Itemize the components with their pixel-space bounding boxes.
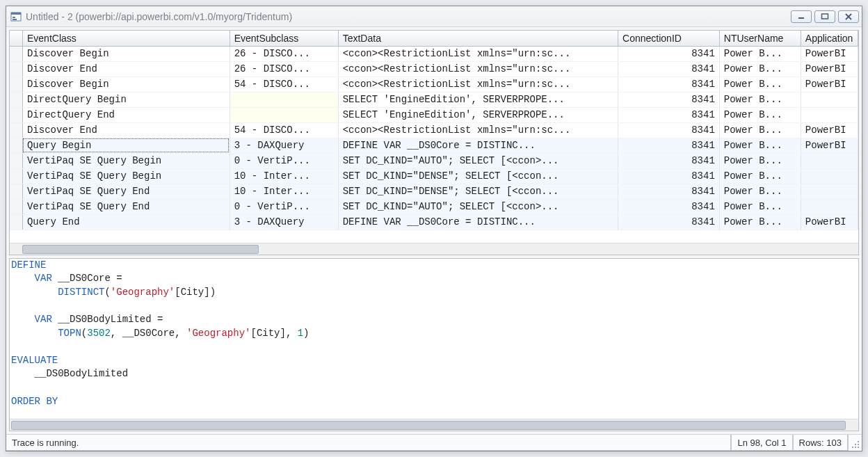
cell[interactable]: <ccon><RestrictionList xmlns="urn:sc...: [338, 46, 618, 61]
cell[interactable]: PowerBI: [801, 46, 858, 61]
table-row[interactable]: VertiPaq SE Query End10 - Inter...SET DC…: [10, 184, 858, 199]
table-row[interactable]: VertiPaq SE Query Begin0 - VertiP...SET …: [10, 153, 858, 168]
cell[interactable]: SELECT 'EngineEdition', SERVERPROPE...: [338, 107, 618, 122]
cell[interactable]: 26 - DISCO...: [230, 61, 338, 77]
column-header[interactable]: TextData: [338, 31, 618, 46]
cell[interactable]: [801, 153, 858, 168]
cell[interactable]: 8341: [618, 46, 720, 61]
cell[interactable]: [10, 92, 22, 107]
cell[interactable]: 10 - Inter...: [230, 168, 338, 184]
maximize-button[interactable]: [814, 10, 835, 23]
cell[interactable]: [10, 107, 22, 122]
cell[interactable]: Power B...: [719, 184, 801, 199]
cell[interactable]: [230, 107, 338, 122]
cell[interactable]: [10, 77, 22, 92]
cell[interactable]: PowerBI: [801, 61, 858, 77]
cell[interactable]: Power B...: [719, 214, 801, 230]
column-header[interactable]: NTUserName: [719, 31, 801, 46]
cell[interactable]: [801, 168, 858, 184]
detail-hscrollbar-thumb[interactable]: [11, 421, 846, 430]
cell[interactable]: [10, 138, 22, 153]
table-row[interactable]: VertiPaq SE Query End0 - VertiP...SET DC…: [10, 199, 858, 214]
cell[interactable]: 8341: [618, 199, 720, 214]
close-button[interactable]: [838, 10, 859, 23]
table-row[interactable]: VertiPaq SE Query Begin10 - Inter...SET …: [10, 168, 858, 184]
table-row[interactable]: Query Begin3 - DAXQueryDEFINE VAR __DS0C…: [10, 138, 858, 153]
cell[interactable]: <ccon><RestrictionList xmlns="urn:sc...: [338, 122, 618, 138]
table-row[interactable]: Discover Begin54 - DISCO...<ccon><Restri…: [10, 77, 858, 92]
cell[interactable]: PowerBI: [801, 138, 858, 153]
cell[interactable]: Power B...: [719, 92, 801, 107]
cell[interactable]: [10, 168, 22, 184]
cell[interactable]: Power B...: [719, 138, 801, 153]
resize-grip[interactable]: [848, 435, 862, 451]
cell[interactable]: 8341: [618, 92, 720, 107]
column-header[interactable]: [10, 31, 22, 46]
cell[interactable]: 8341: [618, 184, 720, 199]
cell[interactable]: [10, 153, 22, 168]
cell[interactable]: Discover End: [22, 122, 230, 138]
cell[interactable]: DEFINE VAR __DS0Core = DISTINC...: [338, 214, 618, 230]
cell[interactable]: 0 - VertiP...: [230, 153, 338, 168]
cell[interactable]: Power B...: [719, 199, 801, 214]
detail-text[interactable]: DEFINE VAR __DS0Core = DISTINCT('Geograp…: [10, 259, 858, 419]
cell[interactable]: Discover End: [22, 61, 230, 77]
cell[interactable]: 3 - DAXQuery: [230, 138, 338, 153]
cell[interactable]: PowerBI: [801, 122, 858, 138]
cell[interactable]: PowerBI: [801, 214, 858, 230]
table-row[interactable]: Discover End26 - DISCO...<ccon><Restrict…: [10, 61, 858, 77]
event-grid-scroll[interactable]: EventClassEventSubclassTextDataConnectio…: [10, 31, 858, 243]
table-row[interactable]: DirectQuery End SELECT 'EngineEdition', …: [10, 107, 858, 122]
detail-hscrollbar[interactable]: [10, 419, 858, 431]
cell[interactable]: Discover Begin: [22, 77, 230, 92]
detail-pane[interactable]: DEFINE VAR __DS0Core = DISTINCT('Geograp…: [9, 258, 859, 431]
cell[interactable]: Query Begin: [22, 138, 230, 153]
cell[interactable]: [10, 122, 22, 138]
cell[interactable]: Query End: [22, 214, 230, 230]
cell[interactable]: 8341: [618, 214, 720, 230]
cell[interactable]: DirectQuery Begin: [22, 92, 230, 107]
cell[interactable]: DEFINE VAR __DS0Core = DISTINC...: [338, 138, 618, 153]
cell[interactable]: 8341: [618, 77, 720, 92]
cell[interactable]: Power B...: [719, 168, 801, 184]
cell[interactable]: SET DC_KIND="DENSE"; SELECT [<ccon...: [338, 168, 618, 184]
cell[interactable]: SET DC_KIND="DENSE"; SELECT [<ccon...: [338, 184, 618, 199]
table-row[interactable]: Query End3 - DAXQueryDEFINE VAR __DS0Cor…: [10, 214, 858, 230]
cell[interactable]: Power B...: [719, 46, 801, 61]
table-row[interactable]: DirectQuery Begin SELECT 'EngineEdition'…: [10, 92, 858, 107]
column-header[interactable]: EventClass: [22, 31, 230, 46]
cell[interactable]: Power B...: [719, 77, 801, 92]
cell[interactable]: SET DC_KIND="AUTO"; SELECT [<ccon>...: [338, 153, 618, 168]
grid-hscrollbar[interactable]: [10, 243, 858, 255]
cell[interactable]: 0 - VertiP...: [230, 199, 338, 214]
cell[interactable]: [10, 184, 22, 199]
cell[interactable]: Power B...: [719, 107, 801, 122]
minimize-button[interactable]: [791, 10, 812, 23]
cell[interactable]: [801, 184, 858, 199]
cell[interactable]: 8341: [618, 153, 720, 168]
cell[interactable]: 8341: [618, 61, 720, 77]
cell[interactable]: 10 - Inter...: [230, 184, 338, 199]
column-header[interactable]: ConnectionID: [618, 31, 720, 46]
cell[interactable]: 26 - DISCO...: [230, 46, 338, 61]
cell[interactable]: [10, 214, 22, 230]
cell[interactable]: [801, 199, 858, 214]
cell[interactable]: [10, 46, 22, 61]
table-row[interactable]: Discover Begin26 - DISCO...<ccon><Restri…: [10, 46, 858, 61]
cell[interactable]: Power B...: [719, 122, 801, 138]
cell[interactable]: Discover Begin: [22, 46, 230, 61]
table-row[interactable]: Discover End54 - DISCO...<ccon><Restrict…: [10, 122, 858, 138]
cell[interactable]: PowerBI: [801, 77, 858, 92]
event-grid[interactable]: EventClassEventSubclassTextDataConnectio…: [9, 30, 859, 255]
cell[interactable]: [230, 92, 338, 107]
cell[interactable]: [801, 92, 858, 107]
cell[interactable]: [10, 199, 22, 214]
cell[interactable]: 54 - DISCO...: [230, 77, 338, 92]
cell[interactable]: [10, 61, 22, 77]
column-header[interactable]: EventSubclass: [230, 31, 338, 46]
cell[interactable]: 54 - DISCO...: [230, 122, 338, 138]
cell[interactable]: [801, 107, 858, 122]
cell[interactable]: <ccon><RestrictionList xmlns="urn:sc...: [338, 77, 618, 92]
cell[interactable]: VertiPaq SE Query Begin: [22, 168, 230, 184]
cell[interactable]: 8341: [618, 168, 720, 184]
